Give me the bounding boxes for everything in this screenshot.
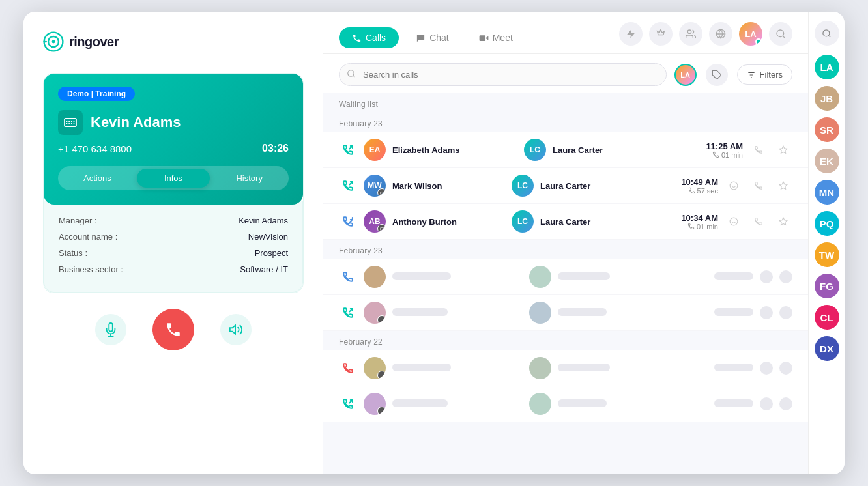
search-input[interactable]: [339, 63, 667, 86]
crown-button[interactable]: [649, 22, 673, 46]
info-row-status: Status : Prospect: [59, 245, 288, 261]
left-panel: ringover Demo | Training: [23, 12, 323, 474]
ringover-logo-icon: [43, 31, 64, 52]
tab-infos[interactable]: Infos: [137, 169, 210, 188]
svg-point-23: [777, 30, 784, 37]
svg-marker-18: [627, 29, 635, 38]
recipient-thumb-laura-3: LC: [512, 210, 534, 233]
mute-button[interactable]: [95, 314, 126, 345]
star-button-2[interactable]: [774, 177, 792, 195]
sidebar-avatar-2[interactable]: JB: [815, 86, 839, 111]
svg-line-26: [353, 76, 355, 78]
sidebar-avatar-6[interactable]: PQ: [815, 211, 839, 236]
caller-avatar-box: [58, 110, 83, 135]
caller-thumb-skel-3: [364, 357, 386, 379]
lightning-button[interactable]: [619, 22, 643, 46]
sidebar-avatar-9[interactable]: CL: [815, 305, 839, 330]
svg-rect-11: [71, 123, 72, 124]
tab-actions[interactable]: Actions: [61, 169, 134, 188]
volume-button[interactable]: [220, 314, 252, 345]
call-button-3[interactable]: [749, 212, 768, 231]
logo-text: ringover: [69, 35, 119, 50]
smiley-button-3[interactable]: [725, 212, 743, 231]
skeleton-recipient-2: [558, 308, 607, 316]
caller-info-skel-1: [392, 272, 523, 282]
caller-thumb-anthony: AB: [364, 210, 386, 233]
phone-timer-row: +1 470 634 8800 03:26: [58, 143, 289, 154]
search-icon: [347, 69, 356, 80]
call-duration-2: 57 sec: [659, 187, 718, 195]
call-row-anthony[interactable]: AB Anthony Burton LC Laura Carter 10:34 …: [323, 204, 808, 240]
call-meta-skel-2: [695, 308, 753, 318]
hangup-button[interactable]: [152, 309, 194, 350]
skeleton-name-4: [392, 399, 448, 407]
star-button-3[interactable]: [774, 212, 792, 231]
caller-name-elizabeth: Elizabeth Adams: [392, 145, 517, 155]
caller-name: Kevin Adams: [91, 114, 181, 131]
sidebar-avatar-10[interactable]: DX: [815, 336, 839, 361]
svg-rect-6: [68, 121, 70, 122]
sidebar-avatar-1[interactable]: LA: [815, 55, 839, 79]
sidebar-avatar-3[interactable]: SR: [815, 117, 839, 142]
tab-history[interactable]: History: [212, 169, 286, 188]
svg-rect-5: [66, 121, 68, 122]
info-value-account: NewVision: [248, 232, 288, 242]
call-row-mark[interactable]: MW Mark Wilson LC Laura Carter 10:49 AM: [323, 168, 808, 204]
svg-rect-34: [380, 192, 384, 194]
team-button[interactable]: [679, 22, 702, 46]
svg-point-2: [52, 40, 55, 44]
skeleton-name-2: [392, 308, 448, 316]
call-card-wrapper: Demo | Training: [43, 73, 304, 293]
action-icons-skel-4: [760, 397, 792, 410]
smiley-button-2[interactable]: [725, 177, 743, 195]
svg-rect-35: [381, 192, 381, 193]
recipient-info-laura-2: Laura Carter: [540, 181, 653, 191]
sidebar-search-button[interactable]: [815, 21, 839, 46]
globe-button[interactable]: [709, 22, 732, 46]
call-card: Demo | Training: [44, 74, 303, 205]
call-meta-3: 10:34 AM 01 min: [659, 213, 718, 231]
call-row-skeleton-3[interactable]: [323, 350, 808, 386]
call-button-1[interactable]: [749, 141, 768, 159]
svg-rect-43: [380, 227, 384, 230]
sidebar-avatar-5[interactable]: MN: [815, 180, 839, 205]
recipient-thumb-laura-2: LC: [512, 175, 534, 197]
call-duration-3: 01 min: [659, 223, 718, 231]
user-avatar[interactable]: LA: [739, 22, 762, 46]
filter-avatar[interactable]: LA: [674, 64, 697, 86]
call-row-skeleton-2[interactable]: [323, 295, 808, 331]
search-nav-button[interactable]: [769, 22, 792, 46]
tab-chat[interactable]: Chat: [403, 27, 462, 48]
call-meta-1: 11:25 AM 01 min: [684, 141, 743, 159]
svg-marker-15: [230, 326, 235, 334]
calls-list: Waiting list February 23 EA Elizabeth Ad…: [323, 93, 808, 474]
sidebar-avatar-4[interactable]: EK: [815, 149, 839, 173]
call-type-skeleton-1: [339, 268, 357, 286]
call-button-2[interactable]: [749, 177, 768, 195]
skeleton-action-3: [760, 306, 773, 319]
sidebar-avatar-8[interactable]: FG: [815, 274, 839, 298]
call-type-missed: [339, 359, 357, 377]
call-meta-skel-3: [695, 364, 753, 373]
chat-icon: [416, 33, 426, 43]
skeleton-recipient-4: [558, 399, 607, 407]
caller-name-mark: Mark Wilson: [392, 181, 505, 191]
tag-button[interactable]: [706, 64, 728, 86]
caller-info-elizabeth: Elizabeth Adams: [392, 145, 517, 155]
svg-rect-10: [68, 123, 70, 124]
svg-line-51: [828, 35, 830, 37]
star-button-1[interactable]: [774, 141, 792, 159]
right-panel: Calls Chat Meet: [323, 12, 808, 474]
caller-info-anthony: Anthony Burton: [392, 217, 505, 227]
filters-button[interactable]: Filters: [737, 64, 792, 85]
tab-meet[interactable]: Meet: [466, 27, 526, 48]
call-row-skeleton-1[interactable]: [323, 259, 808, 295]
skeleton-recipient-1: [558, 272, 610, 280]
caller-name-anthony: Anthony Burton: [392, 217, 505, 227]
call-row-elizabeth[interactable]: EA Elizabeth Adams LC Laura Carter 11:25…: [323, 132, 808, 168]
sidebar-avatar-7[interactable]: TW: [815, 242, 839, 267]
call-row-skeleton-4[interactable]: [323, 386, 808, 422]
recipient-info-laura-1: Laura Carter: [553, 145, 678, 155]
caller-info-skel-3: [392, 364, 523, 373]
tab-calls[interactable]: Calls: [339, 27, 399, 48]
